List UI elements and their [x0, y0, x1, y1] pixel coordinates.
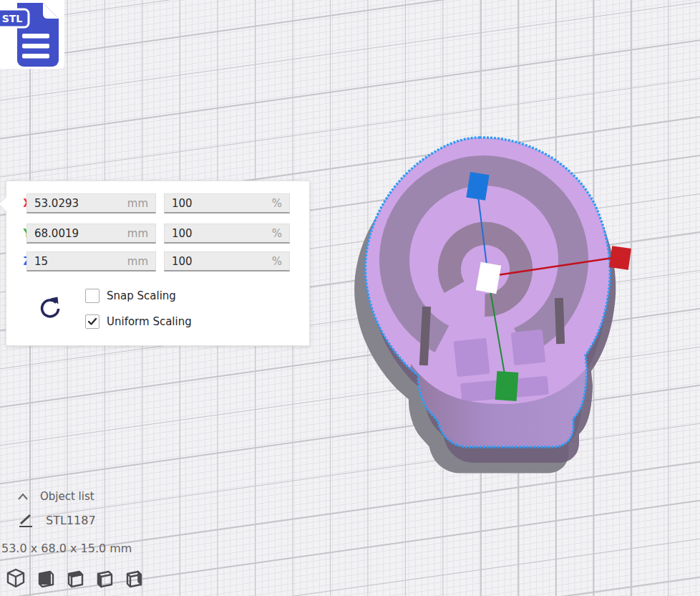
z-percent-input[interactable]: 100 %	[164, 251, 290, 271]
stl-document-icon: STL	[0, 0, 64, 69]
checkmark-icon	[87, 317, 97, 326]
scale-tool-panel: X 53.0293 mm 100 % Y 68.0019 mm 100 % Z	[6, 181, 310, 346]
snap-scaling-label: Snap Scaling	[107, 289, 176, 302]
mold-right-eye	[511, 330, 546, 365]
x-percent-unit: %	[272, 197, 282, 210]
z-percent-unit: %	[272, 255, 282, 268]
uniform-scaling-checkbox[interactable]	[85, 314, 99, 329]
right-view-icon[interactable]	[123, 567, 143, 589]
z-size-input[interactable]: 15 mm	[26, 251, 156, 271]
mold-right-slot	[555, 298, 565, 344]
model-dimensions: 53.0 x 68.0 x 15.0 mm	[1, 542, 132, 555]
reset-rotate-icon	[38, 296, 62, 320]
mold-left-eye	[454, 338, 490, 378]
uniform-scaling-row: Uniform Scaling	[85, 314, 192, 329]
solid-mesh-icon	[17, 511, 34, 529]
object-list-title: Object list	[40, 490, 94, 503]
y-percent-input[interactable]: 100 %	[164, 224, 290, 244]
reset-scale-button[interactable]	[38, 296, 62, 320]
object-name: STL1187	[46, 514, 96, 527]
x-size-value: 53.0293	[34, 197, 79, 210]
stl-badge: STL	[0, 9, 29, 27]
y-percent-value: 100	[172, 227, 193, 240]
y-size-input[interactable]: 68.0019 mm	[26, 224, 156, 244]
y-scale-handle[interactable]	[495, 371, 519, 401]
object-list-item[interactable]: STL1187	[17, 511, 96, 529]
model-skull-mold[interactable]	[349, 128, 643, 486]
front-view-icon[interactable]	[35, 567, 55, 589]
3d-view-icon[interactable]	[6, 567, 26, 589]
x-size-input[interactable]: 53.0293 mm	[26, 193, 156, 213]
stl-file-icon: STL	[0, 0, 64, 69]
cura-viewport: STL X 53.0293 mm 100 % Y 68.0019 mm 100	[0, 0, 700, 596]
snap-scaling-checkbox[interactable]	[85, 289, 99, 303]
y-size-value: 68.0019	[34, 227, 79, 240]
snap-scaling-row: Snap Scaling	[85, 289, 176, 303]
left-view-icon[interactable]	[94, 567, 114, 589]
x-percent-input[interactable]: 100 %	[164, 193, 290, 213]
x-percent-value: 100	[172, 197, 193, 210]
camera-view-presets	[6, 567, 143, 589]
chevron-up-icon	[16, 491, 30, 501]
object-list-header[interactable]: Object list	[16, 490, 94, 503]
svg-text:STL: STL	[2, 13, 23, 24]
x-size-unit: mm	[127, 197, 148, 210]
x-scale-handle[interactable]	[609, 246, 631, 269]
y-percent-unit: %	[272, 227, 282, 240]
z-size-unit: mm	[127, 255, 148, 268]
z-percent-value: 100	[172, 255, 193, 268]
top-view-icon[interactable]	[64, 567, 84, 589]
z-scale-handle[interactable]	[466, 172, 489, 201]
uniform-scaling-label: Uniform Scaling	[107, 315, 192, 328]
z-size-value: 15	[34, 255, 48, 268]
y-size-unit: mm	[127, 227, 148, 240]
